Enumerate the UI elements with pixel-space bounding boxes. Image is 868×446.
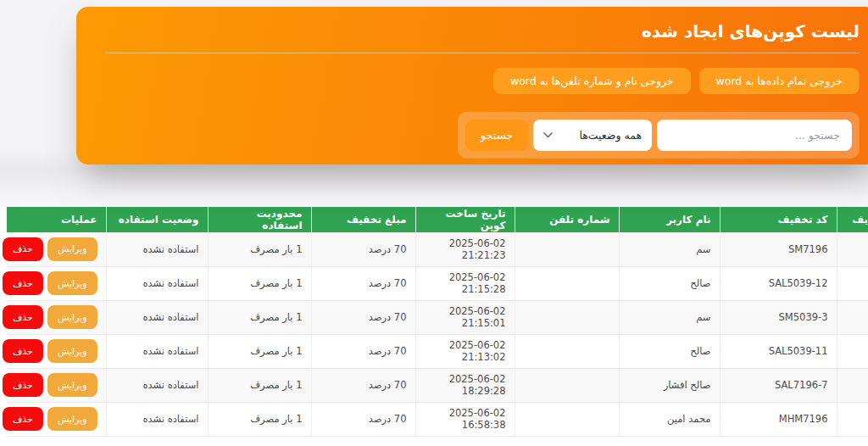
row-actions: ویرایشحذف	[15, 305, 97, 329]
cell-code: MHM7196	[720, 402, 837, 436]
cell-row_no	[837, 368, 868, 402]
delete-button[interactable]: حذف	[3, 305, 43, 329]
row-actions: ویرایشحذف	[15, 407, 97, 431]
cell-date: 2025-06-02 21:15:01	[415, 300, 515, 334]
cell-actions: ویرایشحذف	[7, 334, 106, 368]
row-actions: ویرایشحذف	[15, 271, 97, 295]
cell-code: SAL5039-11	[720, 334, 837, 368]
cell-phone	[515, 368, 619, 402]
cell-status: استفاده نشده	[106, 402, 208, 436]
chevron-down-icon	[543, 132, 553, 138]
cell-actions: ویرایشحذف	[7, 402, 106, 436]
cell-code: SM5039-3	[720, 300, 837, 334]
search-button[interactable]: جستجو	[465, 120, 528, 151]
cell-status: استفاده نشده	[106, 232, 208, 266]
cell-code: SAL7196-7	[720, 368, 837, 402]
cell-date: 2025-06-02 16:58:38	[415, 402, 515, 436]
cell-user: سم	[619, 300, 720, 334]
status-filter-value: همه وضعیت‌ها	[579, 129, 642, 142]
column-header-status: وضعیت استفاده	[106, 207, 208, 232]
column-header-amount: مبلغ تخفیف	[311, 207, 415, 232]
cell-date: 2025-06-02 21:13:02	[415, 334, 515, 368]
table-row: SAL5039-11صالح2025-06-02 21:13:0270 درصد…	[7, 334, 868, 368]
table-row: SAL5039-12صالح2025-06-02 21:15:2870 درصد…	[7, 266, 868, 300]
coupons-table-header: ردیفکد تخفیفنام کاربرشماره تلفنتاریخ ساخ…	[7, 207, 868, 232]
cell-date: 2025-06-02 18:29:28	[415, 368, 515, 402]
cell-row_no	[837, 232, 868, 266]
column-header-actions: عملیات	[7, 207, 106, 232]
cell-code: SM7196	[720, 232, 837, 266]
edit-button[interactable]: ویرایش	[47, 305, 97, 329]
delete-button[interactable]: حذف	[3, 339, 43, 363]
cell-phone	[515, 266, 619, 300]
table-row: SM7196سم2025-06-02 21:21:2370 درصد1 بار …	[7, 232, 868, 266]
cell-amount: 70 درصد	[311, 300, 415, 334]
cell-limit: 1 بار مصرف	[208, 402, 311, 436]
card-divider	[105, 53, 860, 53]
column-header-code: کد تخفیف	[720, 207, 837, 232]
cell-amount: 70 درصد	[311, 266, 415, 300]
cell-user: سم	[619, 232, 720, 266]
delete-button[interactable]: حذف	[3, 373, 43, 397]
column-header-limit: محدودیت استفاده	[208, 207, 311, 232]
edit-button[interactable]: ویرایش	[47, 339, 97, 363]
export-all-data-word-button[interactable]: خروجی تمام داده‌ها به word	[699, 68, 860, 94]
row-actions: ویرایشحذف	[15, 237, 97, 261]
cell-limit: 1 بار مصرف	[208, 232, 311, 266]
delete-button[interactable]: حذف	[3, 407, 43, 431]
edit-button[interactable]: ویرایش	[47, 407, 97, 431]
cell-actions: ویرایشحذف	[7, 368, 106, 402]
column-header-user: نام کاربر	[619, 207, 720, 232]
page-header-section: لیست کوپن‌های ایجاد شده خروجی تمام داده‌…	[0, 0, 868, 207]
cell-limit: 1 بار مصرف	[208, 300, 311, 334]
cell-date: 2025-06-02 21:21:23	[415, 232, 515, 266]
cell-actions: ویرایشحذف	[7, 300, 106, 334]
cell-actions: ویرایشحذف	[7, 266, 106, 300]
export-names-phones-word-button[interactable]: خروجی نام و شماره تلفن‌ها به word	[493, 68, 691, 94]
cell-limit: 1 بار مصرف	[208, 266, 311, 300]
delete-button[interactable]: حذف	[3, 271, 43, 295]
edit-button[interactable]: ویرایش	[47, 237, 97, 261]
cell-code: SAL5039-12	[720, 266, 837, 300]
cell-user: محمد امین	[619, 402, 720, 436]
column-header-date: تاریخ ساخت کوپن	[415, 207, 515, 232]
cell-user: صالح افشار	[619, 368, 720, 402]
cell-status: استفاده نشده	[106, 300, 208, 334]
table-row: MHM7196محمد امین2025-06-02 16:58:3870 در…	[7, 402, 868, 436]
row-actions: ویرایشحذف	[15, 373, 97, 397]
cell-limit: 1 بار مصرف	[208, 334, 311, 368]
page-title: لیست کوپن‌های ایجاد شده	[105, 21, 860, 42]
column-header-phone: شماره تلفن	[515, 207, 619, 232]
cell-status: استفاده نشده	[106, 266, 208, 300]
edit-button[interactable]: ویرایش	[47, 373, 97, 397]
cell-amount: 70 درصد	[311, 334, 415, 368]
cell-status: استفاده نشده	[106, 368, 208, 402]
coupons-table-body: SM7196سم2025-06-02 21:21:2370 درصد1 بار …	[7, 232, 868, 436]
cell-phone	[515, 402, 619, 436]
cell-actions: ویرایشحذف	[7, 232, 106, 266]
edit-button[interactable]: ویرایش	[47, 271, 97, 295]
table-row: SM5039-3سم2025-06-02 21:15:0170 درصد1 با…	[7, 300, 868, 334]
coupons-table-wrapper: ردیفکد تخفیفنام کاربرشماره تلفنتاریخ ساخ…	[0, 207, 868, 437]
table-row: SAL7196-7صالح افشار2025-06-02 18:29:2870…	[7, 368, 868, 402]
cell-phone	[515, 300, 619, 334]
cell-limit: 1 بار مصرف	[208, 368, 311, 402]
row-actions: ویرایشحذف	[15, 339, 97, 363]
cell-row_no	[837, 334, 868, 368]
cell-row_no	[837, 300, 868, 334]
cell-user: صالح	[619, 266, 720, 300]
cell-phone	[515, 334, 619, 368]
table-header-row: ردیفکد تخفیفنام کاربرشماره تلفنتاریخ ساخ…	[7, 207, 868, 232]
search-input[interactable]	[657, 120, 852, 151]
cell-amount: 70 درصد	[311, 402, 415, 436]
delete-button[interactable]: حذف	[3, 237, 43, 261]
cell-row_no	[837, 266, 868, 300]
cell-amount: 70 درصد	[311, 232, 415, 266]
cell-phone	[515, 232, 619, 266]
status-filter-select[interactable]: همه وضعیت‌ها	[533, 120, 652, 151]
export-buttons-row: خروجی تمام داده‌ها به word خروجی نام و ش…	[105, 68, 860, 94]
cell-status: استفاده نشده	[106, 334, 208, 368]
cell-amount: 70 درصد	[311, 368, 415, 402]
cell-date: 2025-06-02 21:15:28	[415, 266, 515, 300]
coupon-list-card: لیست کوپن‌های ایجاد شده خروجی تمام داده‌…	[76, 7, 868, 164]
